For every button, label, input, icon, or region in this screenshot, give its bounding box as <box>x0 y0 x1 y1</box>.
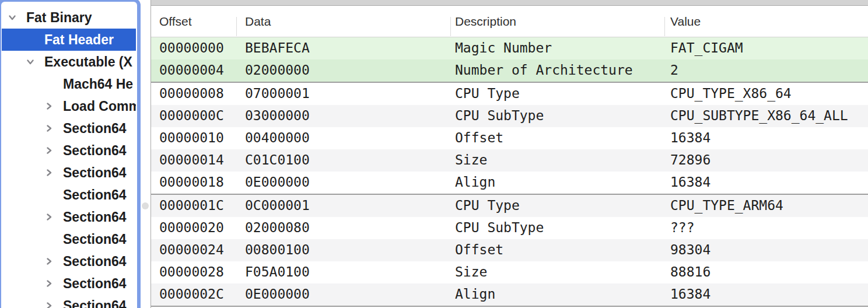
cell-data: 02000080 <box>245 217 310 239</box>
cell-value: CPU_TYPE_ARM64 <box>670 195 783 217</box>
cell-value: 16384 <box>670 172 710 194</box>
column-header-data[interactable]: Data <box>245 6 271 37</box>
chevron-right-icon[interactable] <box>44 212 63 222</box>
cell-offset: 00000004 <box>159 60 224 82</box>
column-divider[interactable] <box>450 17 451 36</box>
tree-item[interactable]: Section64 <box>2 272 136 295</box>
chevron-right-icon[interactable] <box>44 102 63 111</box>
chevron-right-icon[interactable] <box>26 35 44 44</box>
tree-item-label: Fat Header <box>44 32 114 48</box>
table-row[interactable]: 00000020 02000080 CPU SubType ??? <box>151 217 868 239</box>
tree-item-label: Section64 <box>63 254 127 270</box>
column-header-description[interactable]: Description <box>455 6 516 37</box>
chevron-right-icon[interactable] <box>44 190 63 200</box>
cell-data: 03000000 <box>245 105 310 127</box>
table-row[interactable]: 00000028 F05A0100 Size 88816 <box>151 261 868 284</box>
cell-offset: 00000024 <box>159 239 224 261</box>
table-row[interactable]: 00000018 0E000000 Align 16384 <box>151 172 868 195</box>
column-divider[interactable] <box>664 17 665 36</box>
cell-data: BEBAFECA <box>245 37 310 60</box>
cell-value: FAT_CIGAM <box>670 37 743 60</box>
tree-item[interactable]: Section64 <box>2 250 136 272</box>
table-row[interactable]: 00000014 C01C0100 Size 72896 <box>151 149 868 172</box>
chevron-right-icon[interactable] <box>44 301 63 308</box>
tree-item-label: Section64 <box>63 276 127 292</box>
cell-description: CPU SubType <box>455 105 544 127</box>
cell-value: CPU_TYPE_X86_64 <box>670 83 792 105</box>
cell-offset: 0000002C <box>159 284 224 306</box>
cell-value: 88816 <box>670 261 710 284</box>
cell-value: 16384 <box>670 284 710 306</box>
cell-description: Align <box>455 172 495 194</box>
tree-item[interactable]: Section64 <box>2 184 136 206</box>
chevron-right-icon[interactable] <box>44 168 63 177</box>
chevron-right-icon[interactable] <box>44 279 63 288</box>
tree-item[interactable]: Fat Header <box>2 29 136 51</box>
tree-item-label: Load Comm <box>63 99 136 114</box>
cell-offset: 00000000 <box>159 37 224 60</box>
cell-offset: 00000018 <box>159 172 224 194</box>
sidebar-tree: Fat Binary Fat Header Executable (X Mach… <box>2 0 136 308</box>
tree-item[interactable]: Section64 <box>2 228 136 250</box>
cell-description: CPU SubType <box>455 217 544 239</box>
cell-offset: 00000020 <box>159 217 224 239</box>
tree-item-label: Fat Binary <box>26 10 92 26</box>
cell-offset: 00000028 <box>159 261 224 284</box>
column-divider[interactable] <box>236 17 237 36</box>
cell-description: Align <box>455 284 495 306</box>
cell-data: C01C0100 <box>245 149 310 172</box>
chevron-right-icon[interactable] <box>44 235 63 244</box>
cell-offset: 00000014 <box>159 149 224 172</box>
cell-description: Size <box>455 261 487 284</box>
column-header-value[interactable]: Value <box>670 6 701 37</box>
table-body: 00000000 BEBAFECA Magic Number FAT_CIGAM… <box>151 37 868 307</box>
table-row[interactable]: 00000010 00400000 Offset 16384 <box>151 127 868 149</box>
pane-splitter-handle[interactable] <box>142 202 149 209</box>
table-row[interactable]: 00000008 07000001 CPU Type CPU_TYPE_X86_… <box>151 83 868 105</box>
table-row[interactable]: 00000024 00800100 Offset 98304 <box>151 239 868 261</box>
table-row[interactable]: 0000000C 03000000 CPU SubType CPU_SUBTYP… <box>151 105 868 127</box>
cell-description: Offset <box>455 127 503 149</box>
cell-data: 0E000000 <box>245 284 310 306</box>
cell-value: CPU_SUBTYPE_X86_64_ALL <box>670 105 848 127</box>
chevron-right-icon[interactable] <box>44 124 63 133</box>
chevron-down-icon[interactable] <box>26 57 44 66</box>
table-row[interactable]: 0000002C 0E000000 Align 16384 <box>151 284 868 307</box>
table-row[interactable]: 0000001C 0C000001 CPU Type CPU_TYPE_ARM6… <box>151 195 868 217</box>
cell-description: CPU Type <box>455 83 520 105</box>
column-header-offset[interactable]: Offset <box>159 6 192 37</box>
tree-item-label: Executable (X <box>44 54 132 70</box>
cell-value: 98304 <box>670 239 710 261</box>
tree-item[interactable]: Fat Binary <box>2 6 136 29</box>
chevron-right-icon[interactable] <box>44 146 63 155</box>
chevron-right-icon[interactable] <box>44 257 63 266</box>
cell-description: Number of Architecture <box>455 60 633 82</box>
cell-value: 16384 <box>670 127 710 149</box>
cell-offset: 0000000C <box>159 105 224 127</box>
table-panel: Offset Data Description Value 00000000 B… <box>150 0 868 308</box>
chevron-right-icon[interactable] <box>44 79 63 89</box>
tree-item[interactable]: Executable (X <box>2 51 136 73</box>
tree-item[interactable]: Mach64 He <box>2 73 136 95</box>
tree-item[interactable]: Section64 <box>2 139 136 162</box>
tree-item-label: Section64 <box>63 187 127 203</box>
cell-data: 07000001 <box>245 83 310 105</box>
cell-offset: 00000008 <box>159 83 224 105</box>
tree-item[interactable]: Section64 <box>2 295 136 308</box>
table-row[interactable]: 00000000 BEBAFECA Magic Number FAT_CIGAM <box>151 37 868 60</box>
tree-item-label: Section64 <box>63 209 127 225</box>
tree-item[interactable]: Section64 <box>2 117 136 139</box>
cell-value: 2 <box>670 60 678 82</box>
cell-value: ??? <box>670 217 695 239</box>
tree-item[interactable]: Load Comm <box>2 95 136 117</box>
sidebar: Fat Binary Fat Header Executable (X Mach… <box>2 0 136 308</box>
tree-item[interactable]: Section64 <box>2 162 136 184</box>
cell-description: Size <box>455 149 487 172</box>
cell-value: 72896 <box>670 149 710 172</box>
chevron-down-icon[interactable] <box>8 13 26 22</box>
table-header: Offset Data Description Value <box>151 6 868 37</box>
tree-item[interactable]: Section64 <box>2 206 136 228</box>
table-row[interactable]: 00000004 02000000 Number of Architecture… <box>151 60 868 83</box>
cell-description: CPU Type <box>455 195 520 217</box>
cell-data: F05A0100 <box>245 261 310 284</box>
